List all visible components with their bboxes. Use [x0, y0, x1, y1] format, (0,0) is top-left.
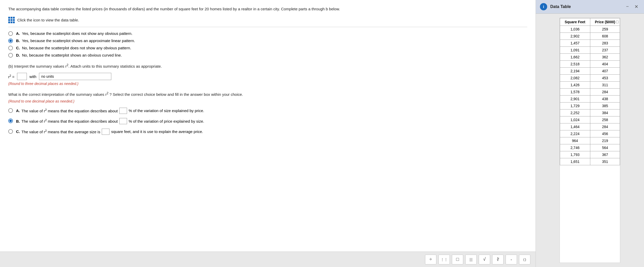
radio-B-inner: [9, 40, 12, 42]
data-table-wrapper: □ Square Feet Price ($000) 1,0362592,902…: [560, 18, 621, 263]
main-container: The accompanying data table contains the…: [0, 0, 644, 267]
answer-option-A-text: A. The value of r2 means that the equati…: [16, 107, 204, 114]
answer-C-label: C.: [16, 128, 20, 135]
radio-A[interactable]: [8, 31, 13, 36]
r2-units-input[interactable]: [39, 73, 111, 80]
table-row: 964219: [560, 137, 620, 144]
answer-radio-B[interactable]: [8, 119, 13, 123]
cell-sqft: 1,662: [560, 54, 590, 61]
radio-B[interactable]: [8, 38, 13, 43]
sqrt-btn[interactable]: √: [479, 255, 490, 264]
cell-price: 259: [590, 26, 620, 33]
cell-price: 219: [590, 137, 620, 144]
table-row: 1,457283: [560, 40, 620, 47]
cell-price: 258: [590, 116, 620, 123]
answer-option-C[interactable]: C. The value of r2 means that the averag…: [8, 128, 527, 135]
answer-radio-A[interactable]: [8, 108, 13, 113]
cell-price: 384: [590, 109, 620, 116]
table-row: 1,793367: [560, 151, 620, 158]
answer-options: A. The value of r2 means that the equati…: [8, 107, 527, 135]
answer-A-label: A.: [16, 107, 20, 114]
option-label-C: C. No, because the scatterplot does not …: [16, 46, 131, 50]
divide-btn[interactable]: ÷: [425, 255, 436, 264]
cell-price: 608: [590, 33, 620, 40]
radio-C[interactable]: [8, 46, 13, 50]
table-row: 1,729385: [560, 103, 620, 109]
answer-option-B[interactable]: B. The value of r2 means that the equati…: [8, 118, 527, 125]
data-table-title: Data Table: [550, 4, 621, 9]
cell-sqft: 1,426: [560, 82, 590, 89]
round-note-1: (Round to three decimal places as needed…: [8, 82, 527, 86]
cell-sqft: 1,457: [560, 40, 590, 47]
answer-C-input[interactable]: [102, 129, 109, 135]
grid-icon[interactable]: [8, 17, 15, 23]
cell-price: 407: [590, 68, 620, 75]
left-panel: The accompanying data table contains the…: [0, 0, 536, 267]
option-row-D[interactable]: D. No, because the scatterplot shows an …: [8, 53, 527, 58]
answer-option-A[interactable]: A. The value of r2 means that the equati…: [8, 107, 527, 114]
cell-price: 362: [590, 54, 620, 61]
option-label-D: D. No, because the scatterplot shows an …: [16, 53, 122, 57]
table-row: 2,252384: [560, 109, 620, 116]
option-row-C[interactable]: C. No, because the scatterplot does not …: [8, 46, 527, 50]
answer-option-B-text: B. The value of r2 means that the equati…: [16, 118, 204, 125]
table-row: 2,746564: [560, 144, 620, 151]
cbrt-btn[interactable]: ∛: [492, 255, 504, 264]
option-row-A[interactable]: A. Yes, because the scatterplot does not…: [8, 31, 527, 36]
table-row: 1,578284: [560, 89, 620, 96]
table-row: 1,091237: [560, 47, 620, 54]
copy-icon[interactable]: □: [616, 20, 619, 24]
radio-D[interactable]: [8, 53, 13, 58]
option-row-B[interactable]: B. Yes, because the scatterplot shows an…: [8, 38, 527, 43]
cell-sqft: 1,464: [560, 123, 590, 130]
table-row: 2,901438: [560, 96, 620, 103]
icon-row: Click the icon to view the data table.: [8, 17, 527, 27]
round-note-2: (Round to one decimal place as needed.): [8, 99, 527, 103]
table-row: 1,024258: [560, 116, 620, 123]
answer-radio-B-inner: [9, 120, 12, 122]
col-header-price: Price ($000): [590, 18, 620, 26]
option-label-A: A. Yes, because the scatterplot does not…: [16, 31, 132, 36]
minimize-btn[interactable]: −: [624, 3, 630, 10]
cell-sqft: 1,091: [560, 47, 590, 54]
dots-btn[interactable]: ▫: [506, 255, 517, 264]
matrix-btn[interactable]: ⋮⋮: [438, 255, 450, 264]
data-table-header: i Data Table − ✕: [536, 0, 644, 14]
cell-sqft: 2,902: [560, 33, 590, 40]
parens-btn[interactable]: ( ): [519, 255, 530, 264]
cell-sqft: 2,194: [560, 68, 590, 75]
data-table-panel: i Data Table − ✕ □ Square Feet Price ($0…: [536, 0, 644, 267]
answer-B-label: B.: [16, 118, 20, 125]
table-row: 1,036259: [560, 26, 620, 33]
cell-price: 404: [590, 61, 620, 68]
option-label-B: B. Yes, because the scatterplot shows an…: [16, 38, 135, 43]
cell-price: 367: [590, 151, 620, 158]
toolbar: ÷ ⋮⋮ □ | | √ ∛ ▫ ( ): [0, 252, 536, 267]
cell-price: 284: [590, 123, 620, 130]
bars-btn[interactable]: | |: [465, 255, 477, 264]
r2-value-input[interactable]: [17, 73, 27, 80]
icon-text: Click the icon to view the data table.: [17, 18, 79, 22]
square-btn[interactable]: □: [452, 255, 463, 264]
cell-price: 385: [590, 103, 620, 109]
answer-A-input[interactable]: [119, 108, 127, 114]
cell-sqft: 1,793: [560, 151, 590, 158]
answer-radio-C[interactable]: [8, 129, 13, 134]
answer-B-input[interactable]: [119, 118, 127, 124]
interpret-text: What is the correct interpretation of th…: [8, 91, 527, 98]
intro-text: The accompanying data table contains the…: [8, 6, 527, 12]
cell-price: 351: [590, 158, 620, 165]
content-area: The accompanying data table contains the…: [0, 0, 644, 267]
table-row: 1,651351: [560, 158, 620, 165]
cell-sqft: 1,729: [560, 103, 590, 109]
cell-sqft: 964: [560, 137, 590, 144]
cell-price: 453: [590, 75, 620, 82]
table-row: 2,518404: [560, 61, 620, 68]
close-btn[interactable]: ✕: [633, 3, 640, 10]
cell-sqft: 2,082: [560, 75, 590, 82]
table-row: 2,902608: [560, 33, 620, 40]
cell-price: 237: [590, 47, 620, 54]
table-row: 2,082453: [560, 75, 620, 82]
col-header-sqft: Square Feet: [560, 18, 590, 26]
header-controls: − ✕: [624, 3, 640, 10]
